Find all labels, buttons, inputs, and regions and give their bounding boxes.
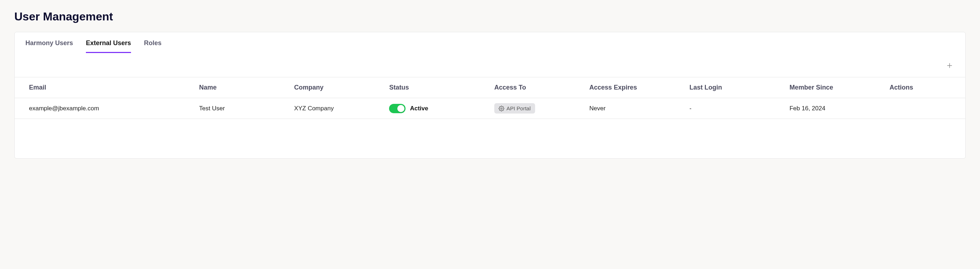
page-title: User Management xyxy=(14,10,966,23)
col-company: Company xyxy=(290,77,385,98)
table-toolbar xyxy=(15,53,965,77)
col-name: Name xyxy=(195,77,290,98)
cell-access-expires: Never xyxy=(585,98,686,119)
access-chip-label: API Portal xyxy=(506,105,531,111)
svg-point-2 xyxy=(501,108,502,109)
cell-status: Active xyxy=(385,98,490,119)
table-row: example@jbexample.com Test User XYZ Comp… xyxy=(15,98,965,119)
tab-external-users[interactable]: External Users xyxy=(86,32,131,53)
add-user-button[interactable] xyxy=(945,60,955,70)
external-users-table: Email Name Company Status Access To Acce… xyxy=(15,77,965,119)
tab-harmony-users[interactable]: Harmony Users xyxy=(25,32,73,53)
cell-access-to: API Portal xyxy=(490,98,585,119)
status-label: Active xyxy=(410,105,428,112)
cell-email: example@jbexample.com xyxy=(15,98,195,119)
col-member-since: Member Since xyxy=(785,77,886,98)
user-management-panel: Harmony Users External Users Roles Email xyxy=(14,32,966,159)
col-access-expires: Access Expires xyxy=(585,77,686,98)
cell-member-since: Feb 16, 2024 xyxy=(785,98,886,119)
table-header-row: Email Name Company Status Access To Acce… xyxy=(15,77,965,98)
cell-company: XYZ Company xyxy=(290,98,385,119)
plus-icon xyxy=(947,62,953,69)
panel-empty-area xyxy=(15,119,965,158)
gear-icon xyxy=(499,106,504,111)
tab-roles[interactable]: Roles xyxy=(144,32,161,53)
cell-actions xyxy=(885,98,965,119)
col-last-login: Last Login xyxy=(685,77,785,98)
cell-name: Test User xyxy=(195,98,290,119)
cell-last-login: - xyxy=(685,98,785,119)
access-chip[interactable]: API Portal xyxy=(494,103,535,113)
col-status: Status xyxy=(385,77,490,98)
status-toggle[interactable] xyxy=(389,104,406,113)
tab-bar: Harmony Users External Users Roles xyxy=(15,32,965,53)
col-access-to: Access To xyxy=(490,77,585,98)
col-actions: Actions xyxy=(885,77,965,98)
col-email: Email xyxy=(15,77,195,98)
